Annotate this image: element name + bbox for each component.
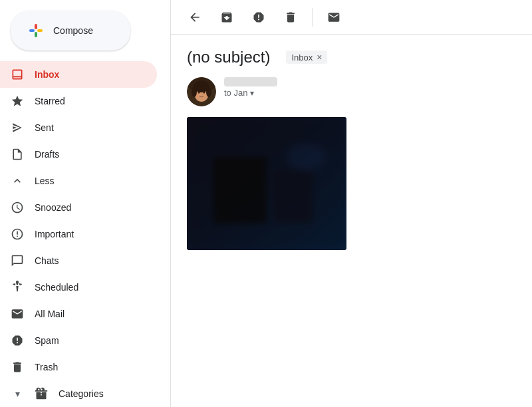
- sidebar-item-important[interactable]: Important: [0, 221, 157, 247]
- sender-info: to Jan ▾: [224, 77, 277, 98]
- snoozed-label: Snoozed: [35, 202, 71, 213]
- svg-rect-17: [187, 117, 346, 250]
- delete-button[interactable]: [277, 4, 304, 31]
- sidebar-item-chats[interactable]: Chats: [0, 247, 157, 274]
- compose-plus-icon: [27, 21, 45, 40]
- inbox-badge: Inbox ×: [286, 51, 327, 64]
- star-icon: [11, 94, 24, 108]
- spam-label: Spam: [35, 335, 59, 346]
- svg-rect-3: [29, 29, 35, 32]
- sidebar-item-snoozed[interactable]: Snoozed: [0, 194, 157, 221]
- main-panel: (no subject) Inbox ×: [170, 0, 532, 407]
- chats-label: Chats: [35, 255, 59, 266]
- chat-icon: [11, 254, 24, 267]
- back-button[interactable]: [182, 4, 208, 31]
- inbox-icon: [11, 68, 24, 81]
- all-mail-icon: [11, 307, 24, 321]
- compose-button[interactable]: Compose: [11, 11, 130, 51]
- svg-point-10: [203, 92, 205, 94]
- delete-icon: [284, 11, 297, 24]
- sender-to-row[interactable]: to Jan ▾: [224, 88, 277, 98]
- toolbar-divider: [312, 8, 313, 27]
- snoozed-icon: [11, 201, 24, 214]
- email-toolbar: [171, 0, 532, 35]
- email-subject-row: (no subject) Inbox ×: [187, 48, 516, 67]
- categories-expand-icon: ▾: [11, 387, 24, 400]
- trash-icon: [11, 360, 24, 374]
- google-plus-icon: [28, 23, 44, 39]
- to-label: to Jan: [224, 88, 247, 98]
- avatar-image: [187, 77, 216, 106]
- trash-label: Trash: [35, 362, 58, 372]
- sidebar-item-less[interactable]: Less: [0, 168, 157, 194]
- sidebar-item-all-mail[interactable]: All Mail: [0, 301, 157, 327]
- archive-icon: [220, 11, 233, 24]
- svg-point-16: [287, 144, 327, 170]
- all-mail-label: All Mail: [35, 309, 65, 319]
- back-icon: [188, 11, 201, 24]
- move-button[interactable]: [321, 4, 347, 31]
- report-icon: [252, 11, 265, 24]
- svg-rect-0: [35, 24, 37, 29]
- email-image-preview: [187, 117, 346, 250]
- sidebar-item-spam[interactable]: Spam: [0, 327, 157, 354]
- badge-label: Inbox: [291, 53, 313, 63]
- starred-label: Starred: [35, 96, 65, 106]
- svg-rect-13: [187, 117, 346, 250]
- scheduled-label: Scheduled: [35, 282, 78, 293]
- svg-rect-11: [187, 77, 216, 92]
- less-label: Less: [35, 176, 55, 186]
- badge-close-button[interactable]: ×: [317, 52, 322, 63]
- categories-icon: [35, 387, 48, 400]
- svg-rect-15: [273, 170, 313, 223]
- sidebar-item-scheduled[interactable]: Scheduled: [0, 274, 157, 301]
- sidebar-item-trash[interactable]: Trash: [0, 354, 157, 380]
- sent-label: Sent: [35, 122, 54, 133]
- sender-row: to Jan ▾: [187, 77, 516, 106]
- drafts-label: Drafts: [35, 149, 59, 160]
- sender-name-blurred: [224, 77, 277, 86]
- draft-icon: [11, 148, 24, 161]
- important-icon: [11, 227, 24, 241]
- move-icon: [327, 11, 340, 24]
- svg-rect-12: [187, 117, 346, 250]
- email-image-dark: [187, 117, 346, 250]
- svg-rect-2: [37, 29, 43, 32]
- inbox-label: Inbox: [35, 69, 59, 80]
- email-content: (no subject) Inbox ×: [171, 35, 532, 407]
- compose-label: Compose: [53, 25, 93, 36]
- report-button[interactable]: [245, 4, 272, 31]
- app-container: Compose Inbox Starred Sent Drafts: [0, 0, 532, 407]
- email-subject: (no subject): [187, 48, 270, 67]
- sidebar-item-inbox[interactable]: Inbox: [0, 61, 157, 88]
- sidebar-item-starred[interactable]: Starred: [0, 88, 157, 114]
- sidebar-item-drafts[interactable]: Drafts: [0, 141, 157, 168]
- spam-icon: [11, 334, 24, 347]
- sent-icon: [11, 121, 24, 134]
- sidebar: Compose Inbox Starred Sent Drafts: [0, 0, 170, 407]
- chevron-down-icon: ▾: [250, 88, 254, 98]
- chevron-up-icon: [11, 174, 24, 188]
- scheduled-icon: [11, 281, 24, 294]
- archive-button[interactable]: [213, 4, 240, 31]
- important-label: Important: [35, 229, 74, 239]
- categories-label: Categories: [59, 388, 104, 399]
- svg-point-9: [198, 92, 200, 94]
- svg-rect-1: [35, 32, 37, 37]
- sender-avatar: [187, 77, 216, 106]
- sidebar-item-sent[interactable]: Sent: [0, 114, 157, 141]
- sidebar-item-categories[interactable]: ▾ Categories: [0, 380, 157, 407]
- svg-rect-14: [213, 157, 267, 223]
